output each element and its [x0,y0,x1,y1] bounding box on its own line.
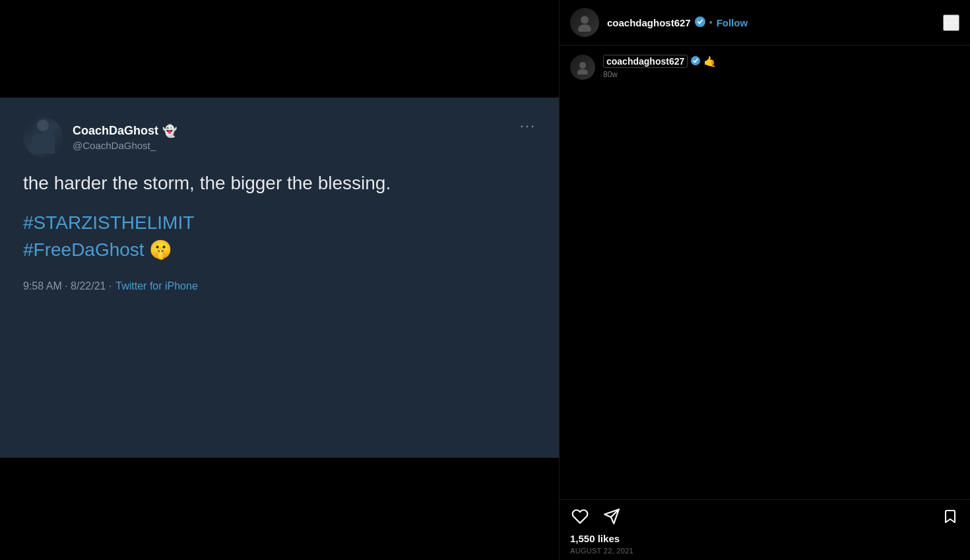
tweet-app-link[interactable]: Twitter for iPhone [115,280,198,292]
ig-header-left: coachdaghost627 • Follow [570,8,748,37]
ig-comment-avatar [570,55,595,80]
ig-bookmark-button[interactable] [941,507,959,526]
bottom-black-area [0,458,559,560]
ig-comment-content: coachdaghost627 🤙 80w [603,55,717,79]
tweet-more-button[interactable]: ··· [520,117,536,135]
tweet-user-names: CoachDaGhost 👻 @CoachDaGhost_ [73,124,177,151]
ig-comment-verified-badge [691,56,700,67]
tweet-hashtag-1: #STARZISTHELIMIT [23,212,536,233]
tweet-hashtag-2: #FreeDaGhost 🤫 [23,239,536,261]
tweet-meta: 9:58 AM · 8/22/21 · Twitter for iPhone [23,280,536,292]
ig-separator-dot: • [709,17,713,28]
ig-action-left [570,507,622,526]
ig-header-username: coachdaghost627 [607,17,691,28]
ig-post-date: AUGUST 22, 2021 [570,547,959,555]
tweet-body: the harder the storm, the bigger the ble… [23,170,536,438]
send-icon [603,508,620,525]
svg-point-0 [581,16,589,24]
ig-comment-area: coachdaghost627 🤙 80w [560,46,970,89]
heart-icon [571,508,589,525]
tweet-hashtags: #STARZISTHELIMIT #FreeDaGhost 🤫 [23,212,536,261]
tweet-avatar [23,117,63,157]
tweet-text: the harder the storm, the bigger the ble… [23,170,536,196]
tweet-header: CoachDaGhost 👻 @CoachDaGhost_ ··· [23,117,536,157]
tweet-card: CoachDaGhost 👻 @CoachDaGhost_ ··· the ha… [0,98,559,458]
right-panel: coachdaghost627 • Follow ··· [559,0,970,560]
ig-post-header: coachdaghost627 • Follow ··· [560,0,970,46]
ghost-emoji: 👻 [162,124,177,139]
top-black-area [0,0,559,98]
avatar-icon [575,13,594,32]
ig-user-info: coachdaghost627 • Follow [607,16,748,29]
hush-emoji: 🤫 [149,239,172,260]
ig-likes-count: 1,550 likes [570,533,959,544]
ig-more-options-button[interactable]: ··· [943,15,959,31]
ig-image-area [560,89,970,499]
ig-verified-badge [695,16,705,29]
ig-action-icons [570,507,959,526]
ig-comment-time: 80w [603,70,717,79]
svg-point-4 [577,69,588,75]
ig-comment-username: coachdaghost627 [603,55,688,68]
ig-header-avatar [570,8,599,37]
ig-comment-username-row: coachdaghost627 🤙 [603,55,717,68]
tweet-username: @CoachDaGhost_ [73,140,177,151]
tweet-user-info: CoachDaGhost 👻 @CoachDaGhost_ [23,117,177,157]
comment-avatar-icon [575,60,590,75]
ig-follow-button[interactable]: Follow [717,17,748,28]
ig-actions: 1,550 likes AUGUST 22, 2021 [560,499,970,560]
ig-like-button[interactable] [570,507,590,526]
svg-point-3 [579,62,586,69]
tweet-display-name: CoachDaGhost 👻 [73,124,177,139]
svg-point-1 [578,24,591,32]
bookmark-icon [942,509,958,524]
ig-share-button[interactable] [602,507,622,526]
left-panel: CoachDaGhost 👻 @CoachDaGhost_ ··· the ha… [0,0,559,560]
ig-comment-emoji: 🤙 [703,55,717,68]
tweet-time: 9:58 AM · 8/22/21 · [23,280,112,292]
